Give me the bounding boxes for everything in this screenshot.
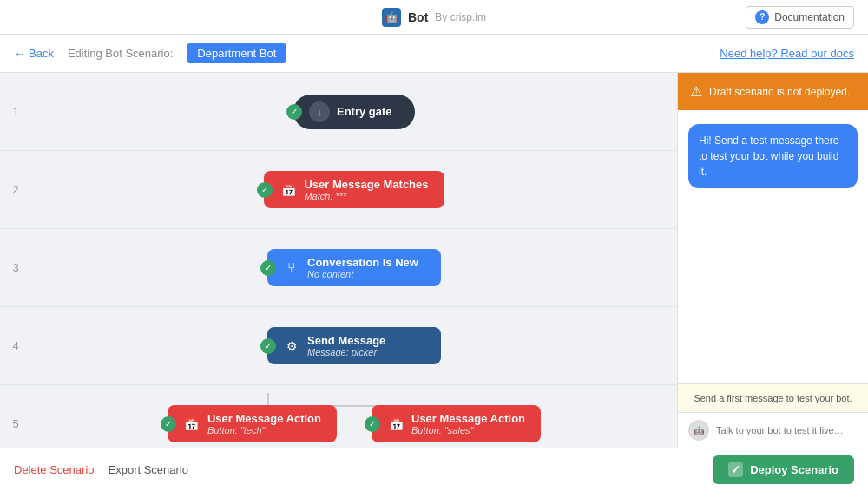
help-link[interactable]: Need help? Read our docs bbox=[720, 47, 854, 60]
conversation-is-new-node[interactable]: ✓ ⑂ Conversation Is New No content bbox=[267, 249, 441, 286]
alert-text: Draft scenario is not deployed. bbox=[709, 86, 850, 98]
user-message-action-right-title: User Message Action bbox=[411, 412, 525, 425]
editing-label: Editing Bot Scenario: bbox=[68, 47, 173, 60]
row-number-2: 2 bbox=[0, 183, 31, 196]
user-message-action-left-subtitle: Button: "tech" bbox=[207, 425, 321, 435]
row-1: 1 ✓ ↓ Entry gate bbox=[0, 73, 677, 151]
check-icon-5l: ✓ bbox=[161, 416, 176, 432]
conversation-is-new-text: Conversation Is New No content bbox=[307, 256, 418, 279]
top-bar: spacer 🤖 Bot By crisp.im ? Documentation bbox=[0, 0, 868, 35]
user-message-action-left-title: User Message Action bbox=[207, 412, 321, 425]
bottom-bar: Delete Scenario Export Scenario ✓ Deploy… bbox=[0, 448, 868, 491]
warning-icon: ⚠ bbox=[690, 83, 702, 100]
row-number-3: 3 bbox=[0, 261, 31, 274]
question-icon: ? bbox=[755, 10, 769, 24]
panel-input-area: 🤖 bbox=[678, 412, 868, 448]
calendar-icon-5r: 📅 bbox=[387, 416, 404, 433]
app-subtitle: By crisp.im bbox=[435, 11, 486, 23]
check-icon-3: ✓ bbox=[260, 260, 276, 276]
scenario-badge[interactable]: Department Bot bbox=[187, 43, 286, 63]
row-3: 3 ✓ ⑂ Conversation Is New No content bbox=[0, 229, 677, 307]
check-icon-2: ✓ bbox=[257, 182, 273, 198]
row-2: 2 ✓ 📅 User Message Matches Match: *** bbox=[0, 151, 677, 229]
row-number-1: 1 bbox=[0, 105, 31, 118]
bot-avatar: 🤖 bbox=[688, 420, 709, 441]
row-1-content: ✓ ↓ Entry gate bbox=[31, 84, 677, 140]
send-message-text: Send Message Message: picker bbox=[307, 334, 385, 357]
test-prompt: Send a first message to test your bot. bbox=[678, 383, 868, 412]
row-5: 5 ✓ 📅 User Message Action Button: "tech" bbox=[0, 385, 677, 448]
right-panel: ⚠ Draft scenario is not deployed. Hi! Se… bbox=[677, 73, 868, 448]
user-message-matches-text: User Message Matches Match: *** bbox=[304, 178, 428, 201]
documentation-button[interactable]: ? Documentation bbox=[746, 6, 854, 29]
main-layout: 1 ✓ ↓ Entry gate 2 ✓ 📅 User Mess bbox=[0, 73, 868, 448]
send-message-subtitle: Message: picker bbox=[307, 347, 385, 357]
row-5-split: ✓ 📅 User Message Action Button: "tech" ✓… bbox=[168, 405, 541, 442]
top-bar-center: 🤖 Bot By crisp.im bbox=[382, 8, 486, 27]
deploy-label: Deploy Scenario bbox=[750, 463, 838, 476]
download-icon: ↓ bbox=[309, 101, 330, 122]
row-number-5: 5 bbox=[0, 417, 31, 430]
sub-header: ← Back Editing Bot Scenario: Department … bbox=[0, 35, 868, 73]
row-3-content: ✓ ⑂ Conversation Is New No content bbox=[31, 239, 677, 297]
send-message-title: Send Message bbox=[307, 334, 385, 347]
user-message-action-right-text: User Message Action Button: "sales" bbox=[411, 412, 525, 435]
user-message-action-left-text: User Message Action Button: "tech" bbox=[207, 412, 321, 435]
chat-input[interactable] bbox=[716, 425, 858, 435]
back-arrow-icon: ← bbox=[14, 47, 25, 60]
conversation-is-new-title: Conversation Is New bbox=[307, 256, 418, 269]
check-icon-1: ✓ bbox=[286, 104, 302, 120]
row-5-content: ✓ 📅 User Message Action Button: "tech" ✓… bbox=[31, 395, 677, 448]
entry-gate-title: Entry gate bbox=[337, 105, 392, 118]
check-icon-5r: ✓ bbox=[365, 416, 380, 432]
row-number-4: 4 bbox=[0, 339, 31, 352]
user-message-action-right-subtitle: Button: "sales" bbox=[411, 425, 525, 435]
check-icon-4: ✓ bbox=[260, 338, 276, 354]
row-2-content: ✓ 📅 User Message Matches Match: *** bbox=[31, 160, 677, 219]
canvas: 1 ✓ ↓ Entry gate 2 ✓ 📅 User Mess bbox=[0, 73, 677, 448]
row-4: 4 ✓ ⚙ Send Message Message: picker bbox=[0, 307, 677, 385]
user-message-action-right-node[interactable]: ✓ 📅 User Message Action Button: "sales" bbox=[372, 405, 541, 442]
calendar-icon-2: 📅 bbox=[279, 181, 297, 199]
conversation-is-new-subtitle: No content bbox=[307, 269, 418, 279]
delete-scenario-link[interactable]: Delete Scenario bbox=[14, 463, 95, 476]
entry-gate-node[interactable]: ✓ ↓ Entry gate bbox=[293, 95, 415, 129]
deploy-scenario-button[interactable]: ✓ Deploy Scenario bbox=[713, 455, 854, 484]
export-scenario-link[interactable]: Export Scenario bbox=[108, 463, 189, 476]
user-message-matches-title: User Message Matches bbox=[304, 178, 428, 191]
deploy-check-icon: ✓ bbox=[728, 462, 743, 477]
app-title: Bot bbox=[408, 10, 428, 24]
chat-bubble: Hi! Send a test message there to test yo… bbox=[688, 124, 858, 188]
panel-spacer bbox=[678, 202, 868, 383]
user-message-matches-node[interactable]: ✓ 📅 User Message Matches Match: *** bbox=[264, 171, 444, 208]
panel-alert: ⚠ Draft scenario is not deployed. bbox=[678, 73, 868, 110]
doc-label: Documentation bbox=[774, 11, 845, 23]
user-message-action-left-node[interactable]: ✓ 📅 User Message Action Button: "tech" bbox=[168, 405, 337, 442]
calendar-icon-5l: 📅 bbox=[183, 416, 201, 433]
branch-icon-3: ⑂ bbox=[283, 259, 300, 277]
bot-icon: 🤖 bbox=[382, 8, 401, 27]
user-message-matches-subtitle: Match: *** bbox=[304, 191, 428, 201]
row-4-content: ✓ ⚙ Send Message Message: picker bbox=[31, 317, 677, 375]
send-message-node[interactable]: ✓ ⚙ Send Message Message: picker bbox=[267, 327, 441, 364]
entry-gate-text: Entry gate bbox=[337, 105, 392, 118]
back-link[interactable]: ← Back bbox=[14, 47, 54, 60]
gear-icon-4: ⚙ bbox=[283, 337, 300, 355]
